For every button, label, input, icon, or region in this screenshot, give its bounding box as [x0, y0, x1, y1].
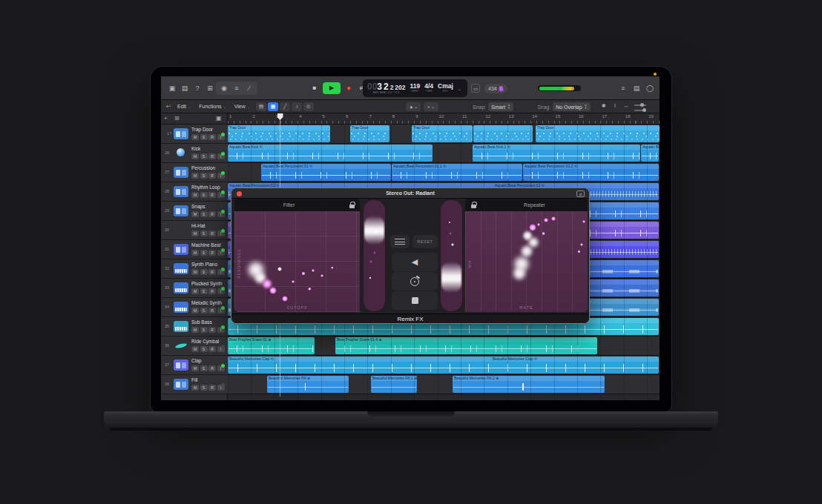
filter-lock-button[interactable]	[343, 199, 360, 211]
region-aquatic-beat-kick-1[interactable]: Aquatic Beat Kick.1 ⟲	[473, 145, 640, 162]
track-header-machine-beat[interactable]: 31Machine BeatMSRI	[161, 240, 228, 259]
repeater-xy-pad[interactable]: MIX RATE	[465, 211, 588, 312]
record-enable-button[interactable]: R	[208, 365, 216, 371]
record-enable-button[interactable]: R	[208, 231, 216, 236]
midi-in-icon[interactable]: ↩	[166, 103, 171, 110]
record-button[interactable]: ●	[343, 83, 354, 93]
smart-controls-icon[interactable]: ≡	[231, 83, 242, 93]
solo-button[interactable]: S	[200, 153, 208, 159]
track-header-ride-cymbal[interactable]: 36Ride CymbalMSRI	[161, 336, 228, 356]
record-enable-button[interactable]: R	[208, 308, 216, 314]
mute-button[interactable]: M	[191, 211, 199, 217]
mute-button[interactable]: M	[191, 134, 199, 140]
solo-button[interactable]: S	[200, 250, 208, 256]
region-aquatic-beat-kick[interactable]: Aquatic Beat Kick ⟲	[228, 145, 433, 162]
record-enable-button[interactable]: R	[208, 192, 216, 198]
drag-select[interactable]: No Overlap▲▼	[553, 102, 590, 111]
list-editors-icon[interactable]: ≡	[618, 83, 628, 93]
record-enable-button[interactable]: R	[208, 153, 216, 159]
track-name[interactable]: Sub Bass	[191, 319, 212, 325]
record-enable-button[interactable]: R	[208, 385, 216, 391]
snap-select[interactable]: Smart▲▼	[488, 102, 513, 111]
track-name[interactable]: Snaps	[191, 204, 205, 209]
media-browser-icon[interactable]: ♫	[658, 83, 660, 93]
mute-button[interactable]: M	[191, 173, 199, 179]
record-enable-button[interactable]: R	[208, 327, 216, 333]
mute-button[interactable]: M	[191, 288, 199, 294]
track-name[interactable]: Percussion	[191, 165, 215, 170]
mute-button[interactable]: M	[191, 231, 199, 236]
track-header-trap-door[interactable]: 1›Trap DoorMSRI	[161, 125, 228, 144]
record-enable-button[interactable]: R	[208, 250, 216, 256]
record-enable-button[interactable]: R	[208, 269, 216, 275]
library-icon[interactable]: ▣	[167, 83, 177, 93]
track-header-kick[interactable]: 26KickMSRI	[161, 144, 228, 163]
lcd-chevron-icon[interactable]: ⌄	[458, 86, 461, 91]
solo-button[interactable]: S	[200, 211, 208, 217]
flex-icon[interactable]: ≀	[292, 102, 302, 111]
text-tool-icon[interactable]: I	[611, 103, 619, 109]
record-enable-button[interactable]: R	[208, 346, 216, 352]
mute-button[interactable]: M	[191, 346, 199, 352]
bar-ruler[interactable]: 12345678910111213141516171819	[228, 113, 660, 125]
solo-button[interactable]: S	[200, 192, 208, 198]
add-track-button[interactable]: +	[164, 115, 168, 122]
track-name[interactable]: Plucked Synth	[191, 281, 223, 286]
solo-button[interactable]: S	[200, 288, 208, 294]
pointer-tool[interactable]: ▲ ⌄	[406, 102, 421, 111]
track-header-clap[interactable]: 37ClapMSRI	[161, 356, 228, 375]
track-header-plucked-synth[interactable]: 33Plucked SynthMSRI	[161, 279, 228, 298]
solo-button[interactable]: S	[200, 231, 208, 236]
track-header-rhythm-loop[interactable]: 28Rhythm LoopMSRI	[161, 182, 228, 202]
mute-button[interactable]: M	[191, 153, 199, 159]
solo-button[interactable]: S	[200, 269, 208, 275]
solo-button[interactable]: S	[200, 346, 208, 352]
filter-xy-pad[interactable]: RESONANCE CUTOFF	[234, 211, 360, 312]
pencil-icon[interactable]: ∕	[244, 83, 254, 93]
record-enable-button[interactable]: R	[208, 211, 216, 217]
track-name[interactable]: Kick	[191, 146, 200, 151]
region-aquatic-beat-percussion-01[interactable]: Aquatic Beat Percussion 01 ⟲	[261, 164, 391, 181]
command-click-tool[interactable]: + ⌄	[424, 102, 438, 111]
toolbar-icon[interactable]: ⊞	[205, 83, 215, 93]
tuner-icon[interactable]: ◉	[219, 83, 229, 93]
link-icon[interactable]: ⇄	[576, 190, 585, 197]
region-aquatic-beat-kick-2[interactable]: Aquatic Beat Kick.2 ⟲	[641, 145, 659, 162]
record-enable-button[interactable]: R	[208, 134, 216, 140]
track-header-percussion[interactable]: 27PercussionMSRI	[161, 163, 228, 182]
scratch-button[interactable]	[392, 272, 438, 291]
downer-slider[interactable]	[440, 199, 463, 312]
solo-button[interactable]: S	[200, 327, 208, 333]
region-inspector-icon[interactable]: ▤	[256, 102, 266, 111]
mute-button[interactable]: M	[191, 365, 199, 371]
region-trap-door[interactable]: Trap Door	[228, 125, 330, 142]
lcd-key[interactable]: Cmaj KEY	[438, 83, 453, 93]
track-name[interactable]: Ride Cymbal	[191, 339, 219, 344]
track-header-hi-hat[interactable]: 30Hi-HatMSRI	[161, 221, 228, 240]
mute-button[interactable]: M	[191, 327, 199, 333]
gater-slider[interactable]	[363, 199, 386, 312]
quick-help-icon[interactable]: ?	[192, 83, 203, 93]
inspector-icon[interactable]: ▤	[180, 83, 190, 93]
track-name[interactable]: Trap Door	[191, 127, 213, 132]
mute-button[interactable]: M	[191, 250, 199, 256]
lcd-mode-button[interactable]: ▭	[471, 84, 480, 93]
lcd-tempo[interactable]: 119 KEEP	[410, 83, 421, 93]
track-header-snaps[interactable]: 29SnapsMSRI	[161, 202, 228, 221]
catch-playhead-icon[interactable]: ⊙	[303, 102, 314, 111]
record-enable-button[interactable]: R	[208, 288, 216, 294]
track-view-icon[interactable]: ▦	[268, 102, 278, 111]
region-trap-door[interactable]	[473, 125, 533, 142]
disclosure-arrow-icon[interactable]: ›	[170, 130, 171, 136]
automation-icon[interactable]: ╱	[280, 102, 290, 111]
track-name[interactable]: Clap	[191, 358, 201, 363]
repeater-lock-button[interactable]	[465, 199, 481, 211]
solo-button[interactable]: S	[200, 308, 208, 314]
region-beautiful-memories-clap[interactable]: Beautiful Memories Clap ⟲Beautiful Memor…	[228, 357, 659, 374]
menu-functions[interactable]: Functions ⌄	[199, 104, 226, 109]
region-trap-door[interactable]: Trap Door	[350, 125, 389, 142]
loop-browser-icon[interactable]: ◯	[645, 83, 655, 93]
reverse-button[interactable]: ◀	[392, 253, 438, 271]
menu-view[interactable]: View ⌄	[234, 104, 250, 109]
track-name[interactable]: Fill	[191, 377, 197, 382]
